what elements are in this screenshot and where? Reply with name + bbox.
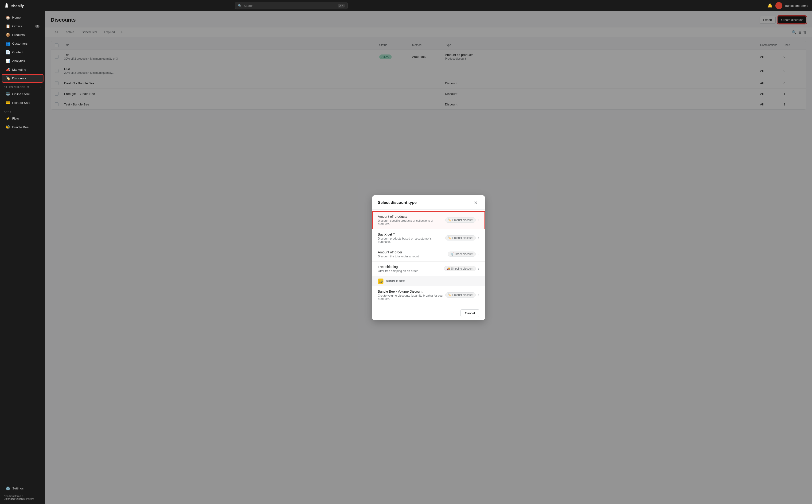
topbar-right: 🔔 bundlebee-demo xyxy=(767,2,808,9)
sidebar-item-label: Point of Sale xyxy=(12,101,30,105)
bundle-bee-icon: 🐝 xyxy=(6,125,10,129)
chevron-right-icon: › xyxy=(478,236,479,240)
option-left: Bundle Bee - Volume Discount Create volu… xyxy=(378,290,445,301)
option-title: Amount off products xyxy=(378,215,445,218)
discount-option-buy-x-get-y[interactable]: Buy X get Y Discount products based on a… xyxy=(372,229,485,247)
select-discount-type-modal: Select discount type ✕ Amount off produc… xyxy=(372,195,485,320)
tag-icon: 🚚 xyxy=(447,267,450,270)
orders-badge: 4 xyxy=(35,25,39,28)
modal-close-button[interactable]: ✕ xyxy=(473,200,479,205)
chevron-right-icon: › xyxy=(478,267,479,271)
sidebar-item-customers[interactable]: 👥 Customers xyxy=(2,39,43,48)
option-desc: Create volume discounts (quantity breaks… xyxy=(378,294,445,301)
search-icon: 🔍 xyxy=(238,4,242,8)
customers-icon: 👥 xyxy=(6,41,10,46)
option-title: Free shipping xyxy=(378,265,444,269)
option-left: Amount off products Discount specific pr… xyxy=(378,215,445,226)
search-placeholder: Search xyxy=(244,4,253,8)
analytics-icon: 📊 xyxy=(6,59,10,63)
tag-label: Shipping discount xyxy=(451,267,474,270)
footer-text: Non-transferable xyxy=(4,495,23,497)
option-desc: Discount the total order amount. xyxy=(378,255,448,258)
chevron-right-icon: › xyxy=(478,218,479,222)
sidebar-item-online-store[interactable]: 🖥️ Online Store xyxy=(2,90,43,98)
sidebar-item-label: Flow xyxy=(12,117,19,120)
chevron-right-icon: › xyxy=(478,293,479,297)
search-bar[interactable]: 🔍 Search ⌘K xyxy=(235,2,348,9)
sidebar-item-label: Products xyxy=(12,33,25,37)
option-desc: Discount products based on a customer's … xyxy=(378,237,445,244)
sales-channels-section: Sales channels › xyxy=(0,83,45,90)
sidebar-item-label: Orders xyxy=(12,24,22,28)
sidebar-item-label: Home xyxy=(12,16,21,19)
chevron-right-icon: › xyxy=(478,252,479,256)
sidebar-item-content[interactable]: 📄 Content xyxy=(2,48,43,56)
products-icon: 📦 xyxy=(6,33,10,37)
avatar[interactable] xyxy=(775,2,782,9)
footer-suffix: preview xyxy=(25,497,34,500)
sidebar-item-analytics[interactable]: 📊 Analytics xyxy=(2,57,43,65)
sidebar-item-settings[interactable]: ⚙️ Settings xyxy=(2,484,43,492)
main-content: Discounts Export Create discount All Act… xyxy=(45,11,812,504)
sidebar-item-flow[interactable]: ⚡ Flow xyxy=(2,114,43,123)
shipping-discount-tag: 🚚 Shipping discount xyxy=(444,266,476,271)
sidebar-bottom: ⚙️ Settings Non-transferable Extended Va… xyxy=(0,482,45,502)
sidebar-item-label: Customers xyxy=(12,42,27,45)
option-title: Buy X get Y xyxy=(378,233,445,236)
sidebar-item-point-of-sale[interactable]: 💳 Point of Sale xyxy=(2,99,43,107)
marketing-icon: 📣 xyxy=(6,67,10,72)
discount-option-free-shipping[interactable]: Free shipping Offer free shipping on an … xyxy=(372,262,485,276)
home-icon: 🏠 xyxy=(6,15,10,20)
sidebar-item-label: Content xyxy=(12,50,23,54)
sidebar-item-discounts[interactable]: 🏷️ Discounts xyxy=(2,74,43,82)
shopify-logo[interactable]: shopify xyxy=(4,3,24,8)
modal-title: Select discount type xyxy=(378,200,417,205)
modal-backdrop[interactable]: Select discount type ✕ Amount off produc… xyxy=(45,11,812,504)
modal-footer: Cancel xyxy=(372,306,485,320)
content-icon: 📄 xyxy=(6,50,10,54)
sidebar-item-bundle-bee[interactable]: 🐝 Bundle Bee xyxy=(2,123,43,131)
sidebar-item-orders[interactable]: 📋 Orders 4 xyxy=(2,22,43,30)
online-store-icon: 🖥️ xyxy=(6,92,10,96)
option-left: Free shipping Offer free shipping on an … xyxy=(378,265,444,273)
cancel-button[interactable]: Cancel xyxy=(461,309,479,317)
sales-channels-chevron-icon[interactable]: › xyxy=(40,85,42,89)
option-right: 🏷️ Product discount › xyxy=(445,235,479,240)
tag-label: Order discount xyxy=(455,252,474,256)
option-right: 🚚 Shipping discount › xyxy=(444,266,479,271)
product-discount-tag: 🏷️ Product discount xyxy=(445,235,476,240)
apps-section: Apps › xyxy=(0,107,45,114)
tag-label: Product discount xyxy=(452,293,473,297)
discount-option-amount-off-products[interactable]: Amount off products Discount specific pr… xyxy=(372,211,485,229)
option-desc: Discount specific products or collection… xyxy=(378,219,445,226)
sidebar-footer: Non-transferable Extended Variants previ… xyxy=(0,493,45,502)
shopify-logo-text: shopify xyxy=(11,4,24,8)
point-of-sale-icon: 💳 xyxy=(6,101,10,105)
notifications-icon[interactable]: 🔔 xyxy=(767,3,773,8)
bundle-bee-app-icon: 🐝 xyxy=(378,279,383,284)
tag-icon: 🛒 xyxy=(451,252,454,256)
sidebar-item-label: Settings xyxy=(12,487,24,490)
footer-link[interactable]: Extended Variants xyxy=(4,497,25,500)
orders-icon: 📋 xyxy=(6,24,10,28)
sidebar-item-label: Discounts xyxy=(12,77,26,80)
sales-channels-label: Sales channels xyxy=(4,86,29,89)
apps-label: Apps xyxy=(4,110,11,113)
option-left: Buy X get Y Discount products based on a… xyxy=(378,233,445,244)
tag-icon: 🏷️ xyxy=(448,293,451,297)
modal-body: Amount off products Discount specific pr… xyxy=(372,209,485,306)
bundle-bee-section-label: 🐝 BUNDLE BEE xyxy=(372,276,485,286)
order-discount-tag: 🛒 Order discount xyxy=(448,252,476,257)
sidebar-item-home[interactable]: 🏠 Home xyxy=(2,13,43,22)
sidebar-item-products[interactable]: 📦 Products xyxy=(2,31,43,39)
option-title: Amount off order xyxy=(378,250,448,254)
sidebar: 🏠 Home 📋 Orders 4 📦 Products 👥 Customers… xyxy=(0,11,45,504)
option-right: 🛒 Order discount › xyxy=(448,252,479,257)
apps-chevron-icon[interactable]: › xyxy=(40,110,42,113)
tag-icon: 🏷️ xyxy=(448,218,451,222)
discount-option-amount-off-order[interactable]: Amount off order Discount the total orde… xyxy=(372,247,485,262)
discount-option-bundle-bee-volume[interactable]: Bundle Bee - Volume Discount Create volu… xyxy=(372,286,485,304)
sidebar-item-label: Bundle Bee xyxy=(12,125,29,129)
settings-icon: ⚙️ xyxy=(6,486,10,491)
sidebar-item-marketing[interactable]: 📣 Marketing xyxy=(2,66,43,74)
